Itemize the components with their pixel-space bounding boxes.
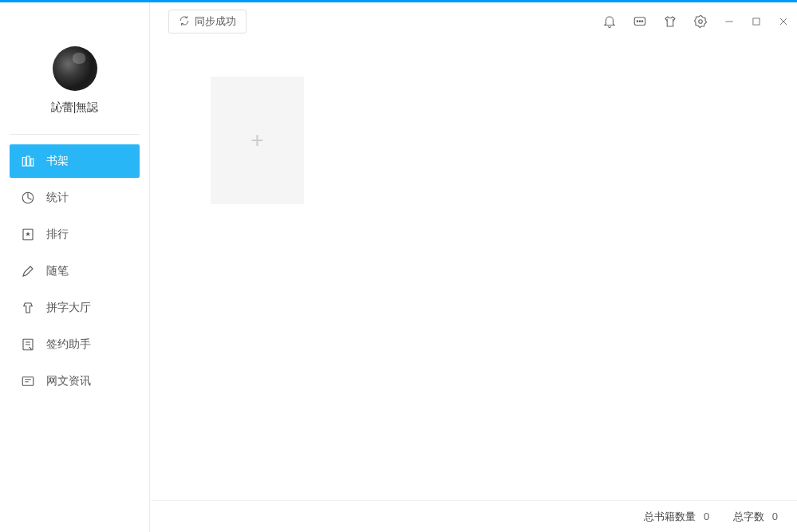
sync-button[interactable]: 同步成功 — [168, 10, 247, 33]
sidebar-item-essay[interactable]: 随笔 — [10, 254, 140, 288]
sidebar-item-bookshelf[interactable]: 书架 — [10, 144, 140, 178]
message-icon[interactable] — [633, 14, 647, 29]
svg-point-10 — [641, 21, 643, 22]
sidebar-item-label: 网文资讯 — [46, 374, 91, 388]
sidebar-item-contract[interactable]: 签约助手 — [10, 328, 140, 361]
typing-hall-icon — [21, 301, 35, 315]
word-count-value: 0 — [772, 510, 778, 522]
nav-list: 书架 统计 排行 随笔 拼字大厅 — [0, 144, 149, 398]
bell-icon[interactable] — [602, 14, 617, 29]
book-count: 总书籍数量 0 — [644, 510, 709, 524]
svg-rect-2 — [31, 159, 34, 166]
bookshelf-icon — [21, 154, 35, 168]
news-icon — [21, 374, 35, 388]
svg-rect-1 — [27, 156, 30, 166]
book-count-label: 总书籍数量 — [644, 510, 696, 522]
maximize-icon[interactable] — [751, 16, 762, 27]
header: 同步成功 — [151, 2, 797, 41]
svg-point-8 — [637, 21, 638, 22]
sidebar-item-news[interactable]: 网文资讯 — [10, 365, 140, 398]
word-count: 总字数 0 — [733, 510, 778, 524]
content: + — [151, 41, 797, 500]
header-icons — [602, 14, 789, 29]
close-icon[interactable] — [778, 16, 789, 27]
sidebar-item-label: 签约助手 — [46, 337, 91, 352]
sidebar: 訫蕾|無誋 书架 统计 排行 随笔 — [0, 2, 150, 532]
svg-rect-6 — [22, 377, 34, 386]
sync-button-label: 同步成功 — [195, 14, 236, 29]
sidebar-item-label: 书架 — [46, 154, 69, 168]
stats-icon — [21, 191, 35, 205]
sidebar-item-label: 排行 — [46, 227, 69, 242]
sidebar-item-label: 拼字大厅 — [46, 301, 91, 315]
word-count-label: 总字数 — [733, 510, 764, 522]
add-book-card[interactable]: + — [211, 77, 304, 204]
gear-icon[interactable] — [693, 14, 708, 29]
shirt-icon[interactable] — [663, 14, 677, 29]
book-count-value: 0 — [704, 510, 709, 522]
svg-point-9 — [639, 21, 641, 22]
username: 訫蕾|無誋 — [0, 100, 149, 115]
ranking-icon — [21, 227, 35, 242]
svg-rect-13 — [753, 18, 760, 25]
sidebar-item-label: 随笔 — [46, 264, 69, 278]
sidebar-item-ranking[interactable]: 排行 — [10, 218, 140, 251]
divider — [10, 134, 140, 135]
sidebar-item-label: 统计 — [46, 191, 69, 205]
minimize-icon[interactable] — [724, 16, 735, 27]
sidebar-item-typing-hall[interactable]: 拼字大厅 — [10, 291, 140, 325]
status-bar: 总书籍数量 0 总字数 0 — [151, 500, 797, 532]
svg-point-11 — [699, 20, 703, 24]
essay-icon — [21, 264, 35, 278]
svg-rect-0 — [22, 158, 26, 167]
avatar[interactable] — [53, 46, 97, 91]
contract-icon — [21, 337, 35, 352]
main-area: 同步成功 + — [151, 2, 797, 500]
sidebar-item-stats[interactable]: 统计 — [10, 181, 140, 215]
plus-icon: + — [251, 128, 263, 153]
refresh-icon — [179, 15, 190, 29]
